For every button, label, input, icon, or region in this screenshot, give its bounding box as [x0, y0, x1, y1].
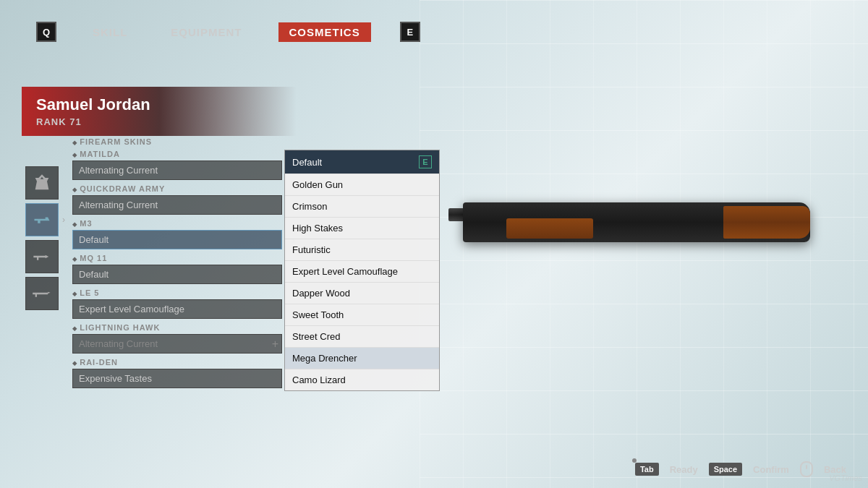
firearm-le5-wrapper: Expert Level Camouflage — [72, 299, 282, 319]
dropdown-label-golden-gun: Golden Gun — [292, 179, 343, 190]
firearm-matilda-wrapper: Alternating Current — [72, 160, 282, 180]
firearm-mq11-wrapper: Default — [72, 265, 282, 284]
dropdown-item-camo-lizard[interactable]: Camo Lizard — [285, 369, 439, 390]
firearm-label-mq11: MQ 11 — [72, 254, 282, 262]
tab-cosmetics[interactable]: Cosmetics — [278, 22, 371, 42]
lightning-hawk-plus-btn[interactable]: + — [272, 338, 278, 351]
ready-label: Ready — [670, 464, 698, 475]
firearm-label-quickdraw: Quickdraw Army — [72, 184, 282, 193]
back-label[interactable]: Back — [824, 464, 846, 475]
dropdown-label-high-stakes: High Stakes — [292, 223, 343, 234]
firearm-list: Firearm Skins Matilda Alternating Curren… — [72, 134, 282, 393]
firearm-matilda: Matilda Alternating Current — [72, 150, 282, 180]
firearm-matilda-skin[interactable]: Alternating Current — [72, 160, 282, 180]
e-key-button[interactable]: E — [400, 22, 420, 42]
firearm-label-le5: LE 5 — [72, 288, 282, 297]
jacket-icon — [32, 173, 52, 193]
bottom-bar: Tab Ready Space Confirm Back — [635, 461, 846, 477]
tab-equipment[interactable]: Equipment — [163, 22, 249, 42]
firearm-mq11-skin[interactable]: Default — [72, 265, 282, 284]
dropdown-label-default: Default — [292, 157, 322, 168]
firearm-quickdraw-skin[interactable]: Alternating Current — [72, 195, 282, 215]
firearm-label-m3: M3 — [72, 219, 282, 228]
section-label-firearms: Firearm Skins — [72, 137, 282, 146]
weapon-icon-rifle[interactable] — [25, 277, 59, 310]
smg-icon — [32, 247, 52, 267]
firearm-rai-den-wrapper: Expensive Tastes — [72, 369, 282, 388]
pistol-icon — [32, 210, 52, 230]
firearm-rai-den-skin[interactable]: Expensive Tastes — [72, 369, 282, 388]
dropdown-label-dapper-wood: Dapper Wood — [292, 288, 350, 299]
space-key: Space — [709, 463, 742, 476]
firearm-label-lightning-hawk: Lightning Hawk — [72, 323, 282, 332]
dropdown-item-golden-gun[interactable]: Golden Gun — [285, 174, 439, 196]
firearm-m3-skin[interactable]: Default — [72, 230, 282, 249]
firearm-lightning-hawk: Lightning Hawk Alternating Current + — [72, 323, 282, 354]
weapon-icon-smg[interactable] — [25, 240, 59, 273]
dropdown-item-street-cred[interactable]: Street Cred — [285, 326, 439, 348]
firearm-label-matilda: Matilda — [72, 150, 282, 158]
weapon-chevron-icon: › — [62, 215, 65, 225]
dropdown-item-sweet-tooth[interactable]: Sweet Tooth — [285, 304, 439, 326]
e-badge-default: E — [419, 155, 432, 168]
dropdown-item-futuristic[interactable]: Futuristic — [285, 239, 439, 261]
firearm-quickdraw: Quickdraw Army Alternating Current — [72, 184, 282, 215]
firearm-lightning-hawk-skin[interactable]: Alternating Current — [72, 334, 282, 354]
weapon-icon-jacket[interactable] — [25, 166, 59, 200]
tab-key: Tab — [635, 463, 659, 476]
dropdown-item-default[interactable]: Default E — [285, 150, 439, 174]
firearm-le5-skin[interactable]: Expert Level Camouflage — [72, 299, 282, 319]
firearm-m3-wrapper: Default › — [72, 230, 282, 249]
skin-dropdown: Default E Golden Gun Crimson High Stakes… — [284, 150, 440, 391]
firearm-mq11: MQ 11 Default — [72, 254, 282, 284]
dropdown-label-expert-camo: Expert Level Camouflage — [292, 266, 398, 277]
dropdown-label-crimson: Crimson — [292, 201, 327, 212]
firearm-rai-den: RAI-DEN Expensive Tastes — [72, 358, 282, 388]
dropdown-label-camo-lizard: Camo Lizard — [292, 374, 346, 385]
firearm-lightning-hawk-wrapper: Alternating Current + — [72, 334, 282, 354]
dropdown-label-futuristic: Futuristic — [292, 244, 331, 255]
firearm-quickdraw-wrapper: Alternating Current — [72, 195, 282, 215]
weapon-icon-pistol[interactable]: › — [25, 203, 59, 236]
dropdown-label-sweet-tooth: Sweet Tooth — [292, 309, 344, 320]
confirm-label: Confirm — [753, 464, 789, 475]
dropdown-item-crimson[interactable]: Crimson — [285, 196, 439, 218]
mouse-icon — [800, 461, 813, 477]
dropdown-label-mega-drencher: Mega Drencher — [292, 353, 357, 364]
dropdown-item-expert-camo[interactable]: Expert Level Camouflage — [285, 261, 439, 283]
top-nav: Q Skill Equipment Cosmetics E — [36, 22, 420, 42]
rifle-icon — [32, 283, 52, 304]
dropdown-item-dapper-wood[interactable]: Dapper Wood — [285, 283, 439, 304]
firearm-le5: LE 5 Expert Level Camouflage — [72, 288, 282, 319]
firearm-label-rai-den: RAI-DEN — [72, 358, 282, 367]
dropdown-label-street-cred: Street Cred — [292, 331, 340, 342]
firearm-m3: M3 Default › — [72, 219, 282, 249]
weapon-icon-sidebar: › — [25, 166, 61, 310]
tab-skill[interactable]: Skill — [85, 22, 135, 42]
weapon-preview — [448, 181, 839, 267]
q-key-button[interactable]: Q — [36, 22, 56, 42]
dropdown-item-mega-drencher[interactable]: Mega Drencher — [285, 348, 439, 369]
dropdown-item-high-stakes[interactable]: High Stakes — [285, 218, 439, 239]
